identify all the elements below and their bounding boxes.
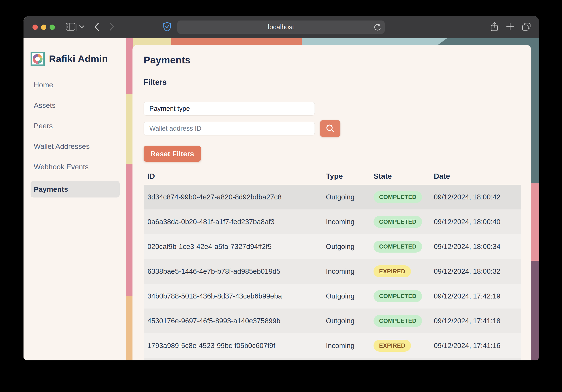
- shield-check-icon: [163, 22, 171, 33]
- browser-window: localhost: [23, 16, 539, 360]
- payment-date-cell: 09/12/2024, 18:00:40: [430, 218, 521, 226]
- decor-shape: [531, 183, 539, 261]
- back-button[interactable]: [92, 16, 101, 38]
- sidebar-item-payments[interactable]: Payments: [31, 181, 120, 198]
- sidebar-item-label: Home: [34, 81, 53, 89]
- column-header-date: Date: [430, 172, 521, 180]
- sidebar-item-assets[interactable]: Assets: [31, 99, 120, 112]
- share-icon: [490, 22, 498, 33]
- page-title: Payments: [144, 54, 521, 66]
- status-badge: EXPIRED: [374, 265, 411, 277]
- payment-type-cell: Outgoing: [322, 292, 370, 300]
- sidebar-item-peers[interactable]: Peers: [31, 119, 120, 132]
- payment-state-cell: EXPIRED: [370, 340, 430, 352]
- share-button[interactable]: [489, 16, 500, 38]
- privacy-shield-button[interactable]: [162, 16, 172, 38]
- column-header-state: State: [370, 172, 430, 180]
- table-row[interactable]: 1793a989-5c8e-4523-99bc-f05b0c607f9f Inc…: [144, 333, 521, 358]
- decor-shape: [531, 261, 539, 360]
- sidebar-nav: Home Assets Peers Wallet Addresses Webho…: [23, 78, 126, 198]
- chevron-down-icon: [79, 25, 85, 29]
- table-header: ID Type State Date: [144, 168, 521, 185]
- column-header-id: ID: [144, 172, 322, 180]
- chevron-right-icon: [109, 22, 115, 32]
- payment-state-cell: COMPLETED: [370, 216, 430, 228]
- tab-overview-icon: [522, 22, 531, 32]
- payment-date-cell: 09/12/2024, 18:00:32: [430, 267, 521, 275]
- payment-date-cell: 09/12/2024, 17:42:19: [430, 292, 521, 300]
- sidebar-item-label: Assets: [34, 101, 56, 110]
- payment-type-cell: Incoming: [322, 218, 370, 226]
- payment-state-cell: COMPLETED: [370, 315, 430, 327]
- sidebar-item-wallet-addresses[interactable]: Wallet Addresses: [31, 140, 120, 153]
- search-button[interactable]: [320, 120, 340, 137]
- decor-shape: [126, 296, 133, 360]
- app-logo: Rafiki Admin: [31, 52, 126, 66]
- payment-id-cell: 1793a989-5c8e-4523-99bc-f05b0c607f9f: [144, 342, 322, 350]
- payment-type-input[interactable]: [144, 102, 315, 115]
- sidebar-toggle-button[interactable]: [65, 16, 76, 38]
- filters-heading: Filters: [144, 78, 521, 87]
- plus-icon: [506, 22, 514, 32]
- sidebar-item-label: Webhook Events: [34, 163, 88, 171]
- status-badge: COMPLETED: [374, 241, 422, 253]
- payment-date-cell: 09/12/2024, 18:00:42: [430, 193, 521, 201]
- column-header-type: Type: [322, 172, 370, 180]
- payment-state-cell: COMPLETED: [370, 241, 430, 253]
- table-row[interactable]: 4530176e-9697-46f5-8993-a140e375899b Out…: [144, 309, 521, 333]
- decor-shape: [531, 38, 539, 183]
- sidebar-item-label: Wallet Addresses: [34, 142, 90, 151]
- payment-type-cell: Incoming: [322, 342, 370, 350]
- status-badge: COMPLETED: [374, 216, 422, 228]
- search-icon: [325, 123, 335, 134]
- status-badge: COMPLETED: [374, 191, 422, 203]
- payment-id-cell: 34b0b788-5018-436b-8d37-43ceb6b99eba: [144, 292, 322, 300]
- payment-state-cell: COMPLETED: [370, 290, 430, 302]
- address-bar-url: localhost: [268, 23, 294, 31]
- payment-state-cell: COMPLETED: [370, 191, 430, 203]
- decor-shape: [126, 164, 133, 296]
- table-row[interactable]: 020caf9b-1ce3-42e4-a5fa-7327d94ff2f5 Out…: [144, 234, 521, 259]
- status-badge: COMPLETED: [374, 290, 422, 302]
- payment-state-cell: EXPIRED: [370, 265, 430, 277]
- tab-group-menu-button[interactable]: [78, 16, 85, 38]
- sidebar-item-home[interactable]: Home: [31, 78, 120, 91]
- tab-overview-button[interactable]: [521, 16, 532, 38]
- zoom-window-button[interactable]: [50, 24, 55, 30]
- payment-date-cell: 09/12/2024, 17:41:18: [430, 317, 521, 325]
- sidebar-item-label: Peers: [34, 122, 53, 130]
- page-content: Rafiki Admin Home Assets Peers Wallet Ad…: [23, 38, 539, 360]
- reset-filters-button[interactable]: Reset Filters: [144, 146, 201, 162]
- payment-id-cell: 3d34c874-99b0-4e27-a820-8d92bdba27c8: [144, 193, 322, 201]
- app-title: Rafiki Admin: [49, 53, 108, 65]
- browser-toolbar: localhost: [23, 16, 539, 38]
- sidebar-item-webhook-events[interactable]: Webhook Events: [31, 160, 120, 173]
- sidebar-toggle-icon: [66, 23, 75, 32]
- table-row[interactable]: 6338bae5-1446-4e7b-b78f-ad985eb019d5 Inc…: [144, 259, 521, 284]
- payment-date-cell: 09/12/2024, 17:41:16: [430, 342, 521, 350]
- reload-button[interactable]: [374, 23, 381, 32]
- wallet-filter-row: [144, 122, 521, 137]
- table-row[interactable]: 34b0b788-5018-436b-8d37-43ceb6b99eba Out…: [144, 284, 521, 309]
- minimize-window-button[interactable]: [41, 24, 46, 30]
- decor-shape: [126, 94, 133, 164]
- payment-type-cell: Outgoing: [322, 243, 370, 251]
- rafiki-logo-icon: [31, 52, 45, 66]
- window-controls: [33, 24, 55, 30]
- table-row-partial: [144, 358, 521, 360]
- status-badge: EXPIRED: [374, 340, 411, 352]
- main-panel: Payments Filters Reset Filters ID T: [132, 45, 531, 360]
- new-tab-button[interactable]: [505, 16, 515, 38]
- wallet-address-id-input[interactable]: [144, 122, 315, 135]
- payments-table: ID Type State Date 3d34c874-99b0-4e27-a8…: [144, 168, 521, 360]
- table-body: 3d34c874-99b0-4e27-a820-8d92bdba27c8 Out…: [144, 185, 521, 358]
- payment-type-cell: Outgoing: [322, 193, 370, 201]
- address-bar[interactable]: localhost: [177, 21, 385, 34]
- payment-type-cell: Outgoing: [322, 317, 370, 325]
- payment-id-cell: 4530176e-9697-46f5-8993-a140e375899b: [144, 317, 322, 325]
- forward-button[interactable]: [108, 16, 116, 38]
- payment-type-cell: Incoming: [322, 267, 370, 275]
- close-window-button[interactable]: [33, 24, 38, 30]
- table-row[interactable]: 0a6a38da-0b20-481f-a1f7-fed237ba8af3 Inc…: [144, 210, 521, 234]
- table-row[interactable]: 3d34c874-99b0-4e27-a820-8d92bdba27c8 Out…: [144, 185, 521, 210]
